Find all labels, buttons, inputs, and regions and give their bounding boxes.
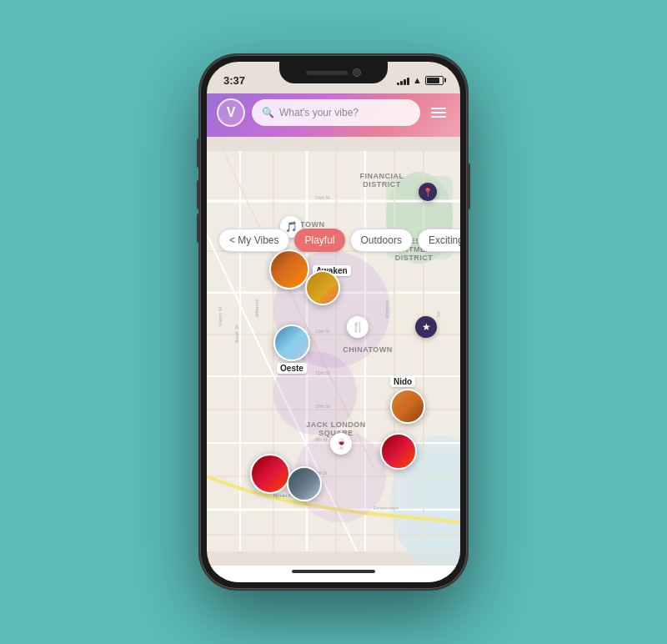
oeste-label: Oeste [277,363,307,374]
nido-image [390,389,425,424]
food-pin[interactable]: 🍴 [347,316,369,338]
star-icon: ★ [415,316,437,338]
my-vibes-chip[interactable]: < My Vibes [218,229,289,252]
search-icon: 🔍 [262,107,274,118]
notch [279,62,388,83]
signal-icon [397,76,409,85]
oeste-pin[interactable]: Oeste [273,325,310,374]
bottom-bar [207,566,460,582]
drinks-icon: 🍷 [330,433,352,455]
filter-bar: < My Vibes Playful Outdoors Exciting [207,229,460,252]
phone-screen: 3:37 ▲ V 🔍 What's your vi [207,62,460,582]
phone-frame: 3:37 ▲ V 🔍 What's your vi [200,55,467,589]
oeste-image [273,325,310,361]
status-icons: ▲ [397,75,444,85]
bottom-venue-image-1 [250,454,290,494]
nido-pin[interactable]: Nido [390,375,425,424]
search-bar[interactable]: 🔍 What's your vibe? [252,99,420,126]
nido-label: Nido [390,376,415,387]
svg-text:Jefferson: Jefferson [254,299,259,318]
outdoors-label: Outdoors [361,234,402,246]
playful-label: Playful [304,234,334,246]
svg-text:Embarcadero: Embarcadero [374,506,399,511]
exciting-chip[interactable]: Exciting [418,229,460,252]
food-icon: 🍴 [347,316,369,338]
awaken-pin-2[interactable] [305,270,340,305]
bottom-venue-image-2 [287,466,322,501]
svg-text:Castro St: Castro St [218,307,223,326]
drinks-pin[interactable]: 🍷 [330,433,352,455]
menu-button[interactable] [427,101,450,124]
location-icon: 📍 [419,183,437,201]
battery-icon [425,76,444,85]
awaken-image-2 [305,270,340,305]
logo-button[interactable]: V [217,98,245,127]
playful-chip[interactable]: Playful [294,229,344,252]
camera [353,68,361,77]
svg-text:Brush St: Brush St [234,325,239,343]
outdoors-chip[interactable]: Outdoors [350,229,413,252]
exciting-label: Exciting [429,234,460,246]
dark-pin[interactable]: 📍 [419,183,437,201]
menu-line-2 [431,112,446,113]
app-header: V 🔍 What's your vibe? [207,93,460,137]
status-time: 3:37 [223,74,245,87]
menu-line-3 [431,116,446,118]
jack-london-image [380,433,417,470]
speaker [306,71,348,75]
awaken-image-1 [269,249,309,289]
home-indicator [292,570,375,573]
star-pin[interactable]: ★ [415,316,437,338]
search-placeholder: What's your vibe? [279,107,359,118]
wifi-icon: ▲ [413,75,422,85]
my-vibes-label: < My Vibes [229,234,278,246]
menu-line-1 [431,108,446,109]
map-background: Nimitz Fwy 24th St 20th St 14th St 13th … [207,137,460,566]
bottom-venue-pin[interactable] [250,454,290,494]
svg-text:24th St: 24th St [315,195,330,200]
bottom-venue-pin-2[interactable] [287,466,322,501]
map-area[interactable]: Nimitz Fwy 24th St 20th St 14th St 13th … [207,137,460,566]
jack-london-pin[interactable] [380,433,417,470]
